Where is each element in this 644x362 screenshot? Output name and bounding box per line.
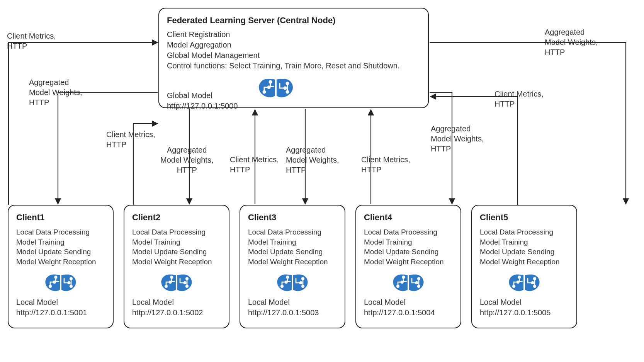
svg-point-5: [286, 91, 289, 93]
svg-point-29: [401, 281, 403, 283]
server-line: Global Model Management: [167, 50, 420, 61]
client-model-label: Local Model: [16, 297, 105, 308]
svg-rect-34: [408, 274, 409, 292]
client-title: Client4: [364, 212, 453, 223]
svg-point-18: [186, 277, 188, 279]
edge-label-metrics-c4: Client Metrics, HTTP: [361, 155, 410, 175]
server-line: Model Aggregation: [167, 40, 420, 50]
client-line: Model Training: [132, 237, 221, 247]
svg-point-22: [285, 281, 287, 283]
edge-label-weights-c2: Aggregated Model Weights, HTTP: [160, 145, 213, 175]
client-line: Local Data Processing: [480, 227, 569, 237]
svg-point-39: [534, 277, 535, 279]
server-line: Client Registration: [167, 29, 420, 40]
client-line: Model Weight Reception: [132, 257, 221, 267]
client-line: Model Update Sending: [132, 247, 221, 257]
client-footer: Local Modelhttp://127.0.0.1:5005: [480, 297, 569, 318]
client-url: http://127.0.0.1:5001: [16, 308, 105, 318]
client-line: Model Update Sending: [16, 247, 105, 257]
client-node-4: Client4Local Data ProcessingModel Traini…: [355, 205, 461, 328]
edge-label-metrics-c2: Client Metrics, HTTP: [106, 129, 155, 150]
client-line: Model Training: [248, 237, 337, 247]
svg-point-37: [518, 276, 520, 278]
svg-point-25: [302, 277, 304, 279]
edge-label-weights-c3: Aggregated Model Weights, HTTP: [286, 145, 339, 175]
svg-point-23: [287, 276, 289, 278]
client-model-label: Local Model: [364, 297, 453, 308]
svg-point-28: [397, 285, 399, 287]
brain-chip-icon: [364, 272, 453, 294]
brain-chip-icon: [480, 272, 569, 294]
svg-point-35: [513, 285, 515, 287]
client-node-5: Client5Local Data ProcessingModel Traini…: [471, 205, 577, 328]
server-node: Federated Learning Server (Central Node)…: [158, 8, 429, 108]
diagram-stage: Federated Learning Server (Central Node)…: [0, 0, 644, 362]
svg-point-12: [70, 285, 72, 287]
edge-client1-metrics: [8, 42, 158, 205]
svg-point-36: [517, 281, 519, 283]
edge-label-weights-c5: Aggregated Model Weights, HTTP: [545, 27, 598, 57]
svg-point-15: [169, 281, 171, 283]
svg-point-4: [286, 82, 289, 85]
edge-label-metrics-c5: Client Metrics, HTTP: [494, 89, 544, 109]
server-url: http://127.0.0.1:5000: [167, 101, 238, 111]
client-node-2: Client2Local Data ProcessingModel Traini…: [124, 205, 229, 328]
client-footer: Local Modelhttp://127.0.0.1:5003: [248, 297, 337, 318]
svg-point-10: [68, 282, 70, 284]
svg-point-11: [70, 277, 72, 279]
svg-point-8: [53, 281, 55, 283]
client-line: Local Data Processing: [248, 227, 337, 237]
svg-rect-6: [275, 78, 277, 98]
client-line: Model Training: [16, 237, 105, 247]
client-line: Model Update Sending: [480, 247, 569, 257]
client-node-1: Client1Local Data ProcessingModel Traini…: [8, 205, 114, 328]
edge-client5-weights: [430, 42, 626, 204]
server-model-label: Global Model: [167, 90, 238, 101]
svg-point-24: [300, 282, 302, 284]
server-title: Federated Learning Server (Central Node): [167, 15, 420, 25]
svg-point-31: [416, 282, 418, 284]
client-url: http://127.0.0.1:5004: [364, 308, 453, 318]
svg-point-32: [418, 277, 420, 279]
edge-label-weights-c4: Aggregated Model Weights, HTTP: [431, 124, 484, 154]
svg-rect-27: [292, 274, 293, 292]
client-line: Local Data Processing: [16, 227, 105, 237]
svg-point-9: [55, 276, 57, 278]
edge-label-weights-c1: Aggregated Model Weights, HTTP: [29, 77, 82, 107]
client-footer: Local Modelhttp://127.0.0.1:5004: [364, 297, 453, 318]
svg-rect-41: [523, 274, 525, 292]
svg-point-17: [184, 282, 186, 284]
client-title: Client5: [480, 212, 569, 223]
client-title: Client1: [16, 212, 105, 223]
client-node-3: Client3Local Data ProcessingModel Traini…: [240, 205, 345, 328]
client-line: Local Data Processing: [132, 227, 221, 237]
brain-chip-icon: [248, 272, 337, 294]
client-model-label: Local Model: [248, 297, 337, 308]
svg-point-0: [263, 91, 265, 93]
brain-chip-icon: [132, 272, 221, 294]
svg-point-14: [165, 285, 167, 287]
svg-point-2: [269, 81, 272, 83]
client-url: http://127.0.0.1:5003: [248, 308, 337, 318]
svg-point-16: [171, 276, 173, 278]
brain-chip-icon: [257, 76, 295, 102]
client-footer: Local Modelhttp://127.0.0.1:5002: [132, 297, 221, 318]
client-line: Local Data Processing: [364, 227, 453, 237]
svg-point-21: [281, 285, 283, 287]
svg-rect-20: [176, 274, 177, 292]
client-line: Model Update Sending: [364, 247, 453, 257]
client-url: http://127.0.0.1:5005: [480, 308, 569, 318]
svg-point-30: [403, 276, 404, 278]
svg-point-3: [284, 87, 286, 89]
client-line: Model Training: [364, 237, 453, 247]
edge-label-metrics-c3: Client Metrics, HTTP: [230, 155, 279, 175]
client-model-label: Local Model: [132, 297, 221, 308]
client-line: Model Weight Reception: [248, 257, 337, 267]
client-line: Model Weight Reception: [480, 257, 569, 267]
client-line: Model Training: [480, 237, 569, 247]
client-title: Client2: [132, 212, 221, 223]
svg-point-38: [532, 282, 534, 284]
client-line: Model Weight Reception: [16, 257, 105, 267]
client-line: Model Weight Reception: [364, 257, 453, 267]
svg-rect-13: [60, 274, 61, 292]
